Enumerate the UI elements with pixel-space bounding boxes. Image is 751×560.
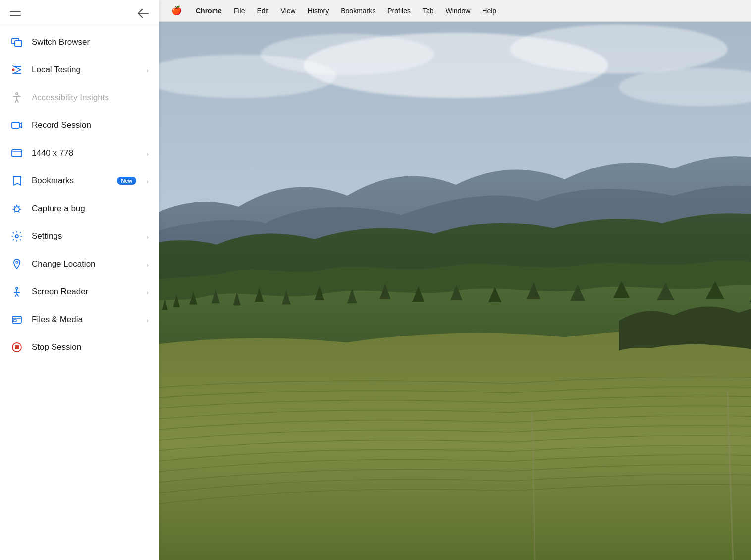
- sidebar-item-screen-reader[interactable]: Screen Reader ›: [0, 278, 159, 306]
- bookmarks-label: Bookmarks: [32, 176, 109, 186]
- svg-point-15: [16, 287, 18, 289]
- bookmarks-icon: [10, 174, 24, 188]
- svg-point-25: [260, 34, 434, 75]
- svg-point-3: [12, 69, 15, 71]
- sidebar-item-settings[interactable]: Settings ›: [0, 223, 159, 250]
- svg-rect-1: [15, 41, 22, 46]
- window-menu-item[interactable]: Window: [441, 5, 476, 17]
- sidebar-header: [0, 0, 159, 25]
- svg-rect-17: [13, 320, 16, 322]
- settings-label: Settings: [32, 231, 138, 241]
- sidebar-item-bookmarks[interactable]: Bookmarks New ›: [0, 167, 159, 195]
- stop-session-label: Stop Session: [32, 342, 149, 352]
- files-media-chevron: ›: [146, 316, 149, 324]
- settings-icon: [10, 229, 24, 243]
- screen-reader-label: Screen Reader: [32, 287, 138, 297]
- edit-menu-item[interactable]: Edit: [252, 5, 273, 17]
- hamburger-button[interactable]: [10, 11, 21, 16]
- record-session-label: Record Session: [32, 120, 149, 130]
- svg-point-7: [18, 95, 20, 97]
- apple-menu-item[interactable]: 🍎: [166, 3, 187, 18]
- local-testing-label: Local Testing: [32, 65, 138, 75]
- chrome-menu-item[interactable]: Chrome: [191, 5, 227, 17]
- bookmarks-chevron: ›: [146, 177, 149, 185]
- sidebar-item-local-testing[interactable]: Local Testing ›: [0, 56, 159, 84]
- file-menu-item[interactable]: File: [229, 5, 250, 17]
- record-icon: [10, 118, 24, 132]
- change-location-label: Change Location: [32, 259, 138, 269]
- bookmarks-badge: New: [117, 177, 136, 185]
- sidebar-item-accessibility[interactable]: Accessibility Insights: [0, 84, 159, 112]
- menubar: 🍎 Chrome File Edit View History Bookmark…: [159, 0, 751, 22]
- location-icon: [10, 257, 24, 271]
- accessibility-label: Accessibility Insights: [32, 93, 149, 103]
- local-testing-chevron: ›: [146, 66, 149, 74]
- sidebar-items-container: Switch Browser Local Testing ›: [0, 25, 159, 560]
- bookmarks-menu-item[interactable]: Bookmarks: [336, 5, 380, 17]
- files-media-label: Files & Media: [32, 315, 138, 325]
- switch-browser-label: Switch Browser: [32, 37, 149, 47]
- sidebar-item-change-location[interactable]: Change Location ›: [0, 250, 159, 278]
- accessibility-icon: [10, 91, 24, 105]
- sidebar-item-capture-bug[interactable]: Capture a bug: [0, 195, 159, 223]
- help-menu-item[interactable]: Help: [477, 5, 501, 17]
- bug-icon: [10, 202, 24, 216]
- profiles-menu-item[interactable]: Profiles: [382, 5, 416, 17]
- svg-point-12: [16, 205, 17, 206]
- settings-chevron: ›: [146, 232, 149, 241]
- sidebar-item-switch-browser[interactable]: Switch Browser: [0, 28, 159, 56]
- svg-rect-8: [12, 122, 19, 128]
- svg-point-6: [16, 93, 18, 95]
- resolution-icon: [10, 146, 24, 160]
- view-menu-item[interactable]: View: [276, 5, 301, 17]
- svg-rect-19: [15, 345, 19, 349]
- back-button[interactable]: [138, 9, 149, 18]
- capture-bug-label: Capture a bug: [32, 204, 149, 214]
- resolution-chevron: ›: [146, 149, 149, 158]
- sidebar-item-record-session[interactable]: Record Session: [0, 112, 159, 139]
- browser-viewport: [159, 22, 751, 560]
- tab-menu-item[interactable]: Tab: [418, 5, 439, 17]
- main-content: 🍎 Chrome File Edit View History Bookmark…: [159, 0, 751, 560]
- sidebar: Switch Browser Local Testing ›: [0, 0, 159, 560]
- change-location-chevron: ›: [146, 260, 149, 269]
- history-menu-item[interactable]: History: [303, 5, 334, 17]
- screen-reader-icon: [10, 285, 24, 299]
- sidebar-item-resolution[interactable]: 1440 x 778 ›: [0, 139, 159, 167]
- stop-icon: [10, 340, 24, 354]
- svg-point-13: [15, 235, 18, 238]
- svg-rect-9: [12, 150, 22, 157]
- switch-browser-icon: [10, 35, 24, 49]
- local-testing-icon: [10, 63, 24, 77]
- screen-reader-chevron: ›: [146, 288, 149, 296]
- sidebar-item-files-media[interactable]: Files & Media ›: [0, 306, 159, 334]
- svg-point-22: [510, 24, 728, 73]
- svg-point-14: [16, 261, 18, 263]
- files-icon: [10, 313, 24, 327]
- resolution-label: 1440 x 778: [32, 148, 138, 158]
- sidebar-item-stop-session[interactable]: Stop Session: [0, 334, 159, 361]
